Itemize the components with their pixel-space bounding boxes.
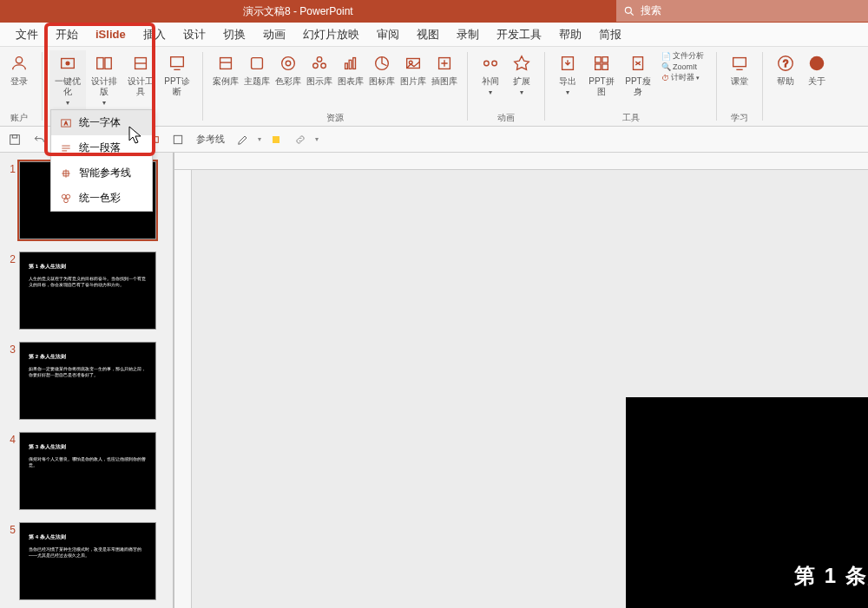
menu-插入[interactable]: 插入 [135,23,174,47]
export-button[interactable]: 导出▾ [552,50,583,112]
ppt-slim-button[interactable]: PPT瘦身 [620,50,656,112]
vertical-ruler [174,170,192,608]
menu-文件[interactable]: 文件 [7,23,47,47]
window-title: 演示文稿8 - PowerPoint [243,4,353,19]
about-button[interactable]: 关于 [801,50,832,114]
svg-rect-9 [171,57,184,67]
resource-图片库[interactable]: 图片库 [398,50,429,112]
menu-开发工具[interactable]: 开发工具 [488,23,550,47]
svg-point-56 [62,194,66,199]
resource-主题库[interactable]: 主题库 [241,50,273,112]
svg-point-58 [64,199,69,203]
svg-rect-32 [602,64,608,69]
thumbnail-2[interactable]: 2第 1 条人生法则人生的意义就在于为有意义的目标而奋斗。当你找到一个有意义的目… [0,248,173,338]
svg-point-17 [317,57,322,62]
resource-案例库[interactable]: 案例库 [210,50,241,112]
svg-rect-39 [10,134,20,144]
svg-point-16 [313,63,319,69]
dropdown-统一色彩[interactable]: 统一色彩 [51,186,152,211]
save-button[interactable] [5,130,24,149]
svg-rect-13 [252,58,263,69]
menu-iSlide[interactable]: iSlide [87,23,135,47]
svg-point-26 [484,61,490,66]
one-click-optimize-dropdown: A统一字体统一段落智能参考线统一色彩 [50,109,153,212]
thumbnail-5[interactable]: 5第 4 条人生法则当你已经习惯了某种生活模式时，改变是非常困难而痛苦的——尤其… [0,519,173,608]
search-placeholder: 搜索 [641,3,661,18]
menu-幻灯片放映[interactable]: 幻灯片放映 [294,23,368,47]
dropdown-智能参考线[interactable]: 智能参考线 [51,160,152,186]
resource-色彩库[interactable]: 色彩库 [273,50,304,112]
ppt-diagnose-button[interactable]: PPT诊断 [159,50,195,112]
svg-point-15 [286,61,291,66]
svg-rect-20 [349,60,352,69]
tools-text-links: 📄文件分析 🔍ZoomIt ⏱计时器▾ [656,50,709,112]
menu-bar: 文件开始iSlide插入设计切换动画幻灯片放映审阅视图录制开发工具帮助简报 [0,23,868,47]
svg-rect-31 [595,64,601,69]
search-box[interactable]: 搜索 [616,0,868,22]
horizontal-ruler [174,153,868,170]
svg-point-57 [66,194,70,199]
tween-button[interactable]: 补间▾ [475,50,506,112]
guides-button[interactable]: 参考线 [193,133,228,146]
login-button[interactable]: 登录 [3,50,35,112]
svg-rect-34 [733,58,746,67]
menu-视图[interactable]: 视图 [408,23,448,47]
class-button[interactable]: 课堂 [724,50,755,112]
thumbnail-panel[interactable]: 12第 1 条人生法则人生的意义就在于为有意义的目标而奋斗。当你找到一个有意义的… [0,153,174,608]
highlight-button[interactable] [266,130,286,149]
svg-rect-47 [273,136,279,143]
title-bar: 演示文稿8 - PowerPoint 搜索 [0,0,868,23]
svg-rect-40 [12,134,16,137]
svg-text:?: ? [783,58,788,69]
undo-button[interactable] [30,130,49,149]
slide-title[interactable]: 第 1 条人生法则 [794,562,868,590]
search-icon [623,5,635,17]
svg-rect-30 [602,57,608,62]
help-button[interactable]: ?帮助 [770,50,801,114]
thumbnail-4[interactable]: 4第 3 条人生法则保持对每个人又善良。哪怕是你的敌人，也应让他感到你的善意。 [0,428,173,519]
one-click-optimize-button[interactable]: 一键优化 ▾ [49,50,86,112]
resource-图示库[interactable]: 图示库 [304,50,335,112]
svg-rect-21 [353,58,356,69]
menu-简报[interactable]: 简报 [590,23,630,47]
svg-point-0 [625,7,631,13]
svg-point-14 [282,57,295,70]
svg-rect-46 [174,135,181,143]
svg-line-1 [631,12,634,15]
resource-插图库[interactable]: 插图库 [429,50,460,112]
svg-rect-11 [220,58,232,69]
cursor-icon [128,126,144,147]
svg-point-18 [321,63,326,69]
resource-图表库[interactable]: 图表库 [335,50,366,112]
menu-录制[interactable]: 录制 [448,23,488,47]
workspace: 12第 1 条人生法则人生的意义就在于为有意义的目标而奋斗。当你找到一个有意义的… [0,153,868,608]
menu-开始[interactable]: 开始 [47,23,87,47]
extend-button[interactable]: 扩展▾ [506,50,537,112]
svg-rect-29 [595,57,601,62]
design-tools-button[interactable]: 设计工具 [122,50,159,112]
pen-button[interactable] [233,130,253,149]
svg-point-2 [16,57,22,63]
menu-切换[interactable]: 切换 [214,23,254,47]
menu-审阅[interactable]: 审阅 [368,23,408,47]
svg-text:A: A [64,121,68,126]
svg-rect-6 [105,58,111,69]
thumbnail-3[interactable]: 3第 2 条人生法则如果你一定要做某件你将彻底改变一生的事，那么开始之前，你要好… [0,338,173,428]
chevron-down-icon: ▾ [66,99,69,107]
menu-动画[interactable]: 动画 [254,23,294,47]
checkbox-button[interactable] [168,130,187,149]
menu-帮助[interactable]: 帮助 [550,23,590,47]
link-button[interactable] [291,130,310,149]
resource-图标库[interactable]: 图标库 [366,50,398,112]
svg-point-27 [492,61,497,66]
menu-设计[interactable]: 设计 [174,23,214,47]
slide-editor[interactable]: 第 1 条人生法则 人生的意义就在于为有意的目标而奋斗。当你找到一个有意义的目标… [174,153,868,608]
svg-point-38 [810,56,825,71]
design-layout-button[interactable]: 设计排版 ▾ [86,50,122,112]
ppt-collage-button[interactable]: PPT拼图 [583,50,620,112]
svg-point-4 [66,62,69,65]
svg-rect-19 [345,63,348,69]
slide-canvas[interactable]: 第 1 条人生法则 人生的意义就在于为有意的目标而奋斗。当你找到一个有意义的目标… [626,397,868,608]
svg-rect-5 [97,58,103,69]
